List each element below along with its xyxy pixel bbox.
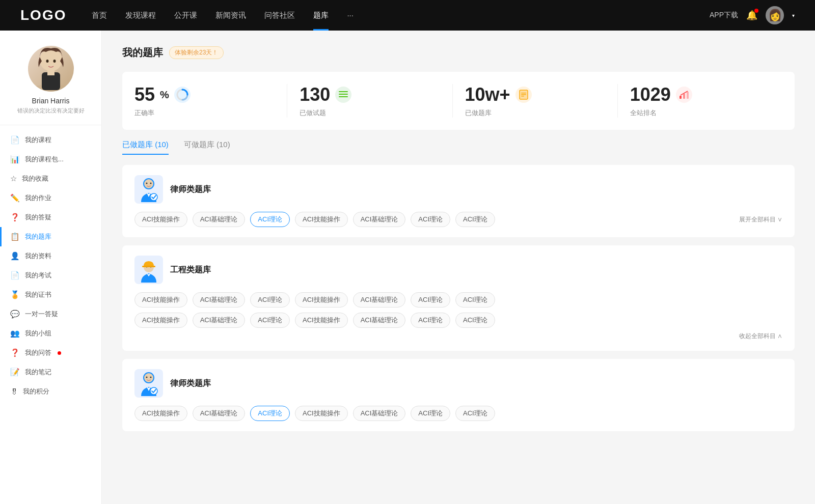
engineer-icon-svg [137,257,160,283]
tag-1-7[interactable]: ACI理论 [455,212,495,227]
notification-bell-icon[interactable]: 🔔 [746,10,757,21]
tag-2-6[interactable]: ACI理论 [411,292,450,307]
tag-2-8[interactable]: ACI技能操作 [134,313,187,328]
sidebar-item-course[interactable]: 📄 我的课程 [0,130,101,150]
stats-card: 55 % 正确率 130 [122,72,795,130]
logo: LOGO [20,7,66,23]
nav-item-home[interactable]: 首页 [92,11,107,20]
bank-icon-lawyer-2 [134,369,163,398]
svg-point-30 [146,377,148,378]
tag-2-2[interactable]: ACI基础理论 [193,292,246,307]
tag-2-12[interactable]: ACI基础理论 [353,313,406,328]
nav-item-bank[interactable]: 题库 [313,11,329,20]
svg-rect-27 [142,266,155,267]
expand-link-1[interactable]: 展开全部科目 ∨ [739,215,782,224]
avatar-image [28,46,74,92]
nav-item-news[interactable]: 新闻资讯 [215,11,246,20]
sidebar-item-exam[interactable]: 📄 我的考试 [0,266,101,285]
tag-3-7[interactable]: ACI理论 [455,406,495,421]
sidebar-menu: 📄 我的课程 📊 我的课程包... ☆ 我的收藏 ✏️ 我的作业 ❓ 我的答疑 … [0,130,101,401]
tag-2-14[interactable]: ACI理论 [455,313,495,328]
stat-done-banks-label: 已做题库 [465,108,492,118]
stat-done-banks-row: 10w+ [465,84,532,105]
page-wrapper: Brian Harris 错误的决定比没有决定要好 📄 我的课程 📊 我的课程包… [0,31,815,504]
nav-item-open-course[interactable]: 公开课 [174,11,197,20]
tag-2-10[interactable]: ACI理论 [250,313,290,328]
tag-3-4[interactable]: ACI技能操作 [295,406,348,421]
svg-rect-16 [683,94,685,99]
stat-accuracy-unit: % [160,89,169,101]
sidebar-item-group[interactable]: 👥 我的小组 [0,324,101,343]
tab-available-banks[interactable]: 可做题库 (10) [184,140,230,155]
tag-1-4[interactable]: ACI技能操作 [295,212,348,227]
tag-3-2[interactable]: ACI基础理论 [193,406,246,421]
collapse-link[interactable]: 收起全部科目 ∧ [134,332,782,341]
tag-3-3[interactable]: ACI理论 [250,406,290,421]
tag-1-3[interactable]: ACI理论 [250,212,290,227]
stat-accuracy-value: 55 [134,84,155,105]
avatar[interactable]: 👩 [766,6,784,24]
bank-title-engineer: 工程类题库 [170,265,211,275]
tag-2-4[interactable]: ACI技能操作 [295,292,348,307]
sidebar-item-bank[interactable]: 📋 我的题库 [0,227,101,246]
nav-item-discover[interactable]: 发现课程 [125,11,156,20]
tag-2-5[interactable]: ACI基础理论 [353,292,406,307]
avatar-svg [31,46,71,92]
sidebar-item-profile[interactable]: 👤 我的资料 [0,246,101,266]
sidebar-item-points[interactable]: 🎖 我的积分 [0,382,101,401]
svg-point-20 [146,183,148,184]
nav-item-more[interactable]: ··· [347,11,354,20]
bank-icon-engineer [134,256,163,284]
stat-ranking-row: 1029 [630,84,692,105]
tag-2-13[interactable]: ACI理论 [411,313,450,328]
sidebar-item-homework[interactable]: ✏️ 我的作业 [0,188,101,208]
tab-done-banks[interactable]: 已做题库 (10) [122,140,169,155]
favorites-icon: ☆ [10,174,17,183]
tag-1-6[interactable]: ACI理论 [411,212,450,227]
sidebar-item-qa-answer[interactable]: ❓ 我的答疑 [0,208,101,227]
homework-icon: ✏️ [10,193,20,203]
tag-2-3[interactable]: ACI理论 [250,292,290,307]
sidebar-item-tutor[interactable]: 💬 一对一答疑 [0,304,101,324]
nav-item-qa[interactable]: 问答社区 [264,11,295,20]
chevron-down-icon[interactable]: ▾ [792,13,795,18]
app-download-button[interactable]: APP下载 [710,11,738,20]
group-icon: 👥 [10,329,20,338]
bank-header-left-2: 工程类题库 [134,256,211,284]
tag-3-6[interactable]: ACI理论 [411,406,450,421]
tags-row-engineer-1: ACI技能操作 ACI基础理论 ACI理论 ACI技能操作 ACI基础理论 AC… [134,292,782,307]
tag-1-1[interactable]: ACI技能操作 [134,212,187,227]
sidebar-item-course-pkg[interactable]: 📊 我的课程包... [0,150,101,169]
tag-2-9[interactable]: ACI基础理论 [193,313,246,328]
points-icon: 🎖 [10,387,18,396]
tag-2-11[interactable]: ACI技能操作 [295,313,348,328]
tag-3-1[interactable]: ACI技能操作 [134,406,187,421]
trial-badge: 体验剩余23天！ [169,46,224,59]
stat-accuracy: 55 % 正确率 [134,84,287,118]
svg-point-2 [46,60,48,63]
stat-ranking: 1029 全站排名 [618,84,782,118]
tag-2-1[interactable]: ACI技能操作 [134,292,187,307]
sidebar-item-my-qa[interactable]: ❓ 我的问答 [0,343,101,362]
certificate-icon: 🏅 [10,290,20,299]
svg-rect-8 [339,94,348,95]
course-pkg-icon: 📊 [10,155,20,164]
course-icon: 📄 [10,135,20,145]
sidebar-item-notes[interactable]: 📝 我的笔记 [0,362,101,382]
stat-ranking-label: 全站排名 [630,108,657,118]
svg-rect-7 [339,91,348,92]
tag-1-2[interactable]: ACI基础理论 [193,212,246,227]
stat-done-questions-row: 130 [300,84,351,105]
stat-done-questions: 130 已做试题 [287,84,452,118]
tag-2-7[interactable]: ACI理论 [455,292,495,307]
notes-icon: 📝 [10,368,20,377]
tag-1-5[interactable]: ACI基础理论 [353,212,406,227]
tag-3-5[interactable]: ACI基础理论 [353,406,406,421]
qa-notification-dot [58,351,61,355]
sidebar-item-favorites[interactable]: ☆ 我的收藏 [0,169,101,188]
svg-rect-17 [687,92,689,99]
page-title: 我的题库 [122,46,163,60]
sidebar-item-certificate[interactable]: 🏅 我的证书 [0,285,101,304]
exam-icon: 📄 [10,271,20,280]
bank-section-lawyer-2: 律师类题库 ACI技能操作 ACI基础理论 ACI理论 ACI技能操作 ACI基… [122,359,795,431]
